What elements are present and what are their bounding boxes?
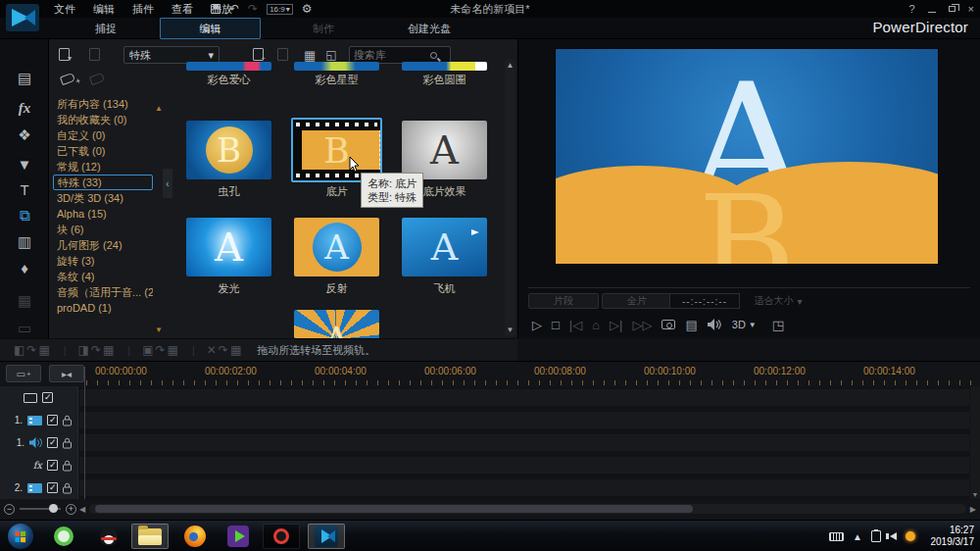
tracks-vertical-scrollbar[interactable]: ▼ [970, 386, 980, 499]
clipboard-tray-icon[interactable] [871, 530, 881, 542]
category-stripes[interactable]: 条纹 (4) [53, 269, 153, 284]
taskbar-explorer-icon[interactable] [131, 524, 169, 549]
category-all-content[interactable]: 所有内容 (134) [53, 96, 153, 112]
clip-mode-button[interactable]: 片段 [528, 293, 599, 309]
track-enable-checkbox[interactable] [47, 482, 58, 493]
transition-room-icon[interactable]: ⧉ [0, 204, 49, 227]
previous-frame-button[interactable]: |◁ [569, 319, 582, 331]
next-frame-button[interactable]: ▷| [610, 319, 622, 331]
effect-track-header[interactable]: fx [0, 457, 77, 474]
close-button[interactable]: × [968, 4, 974, 15]
menu-edit[interactable]: 编辑 [84, 2, 123, 17]
zoom-in-button[interactable]: + [66, 504, 76, 515]
minimize-button[interactable] [928, 12, 936, 13]
preview-quality-icon[interactable]: ▤ [685, 319, 697, 331]
lock-icon[interactable] [63, 437, 72, 449]
thumb-color-circle[interactable] [402, 62, 487, 71]
track-enable-checkbox[interactable] [47, 437, 58, 448]
title-room-icon[interactable]: T [0, 177, 49, 201]
library-scrollbar[interactable]: ▲ ▼ [505, 59, 515, 336]
taskbar-qq-icon[interactable] [90, 524, 127, 549]
track-enable-checkbox[interactable] [47, 415, 58, 426]
scroll-down-icon[interactable]: ▼ [507, 326, 514, 334]
thumb-wormhole[interactable]: B [186, 121, 271, 179]
volume-speaker-icon[interactable] [708, 319, 722, 330]
help-button[interactable]: ? [908, 4, 914, 15]
fast-forward-button[interactable]: ▷▷ [632, 319, 652, 331]
thumb-glow[interactable]: A [186, 218, 271, 276]
scroll-up-icon[interactable]: ▲ [507, 61, 514, 70]
menu-view[interactable]: 查看 [163, 2, 202, 17]
category-favorites[interactable]: 我的收藏夹 (0) [53, 112, 153, 127]
category-geometry[interactable]: 几何图形 (24) [53, 237, 153, 253]
thumb-negative-effect[interactable]: A [402, 121, 487, 179]
collapse-category-panel-button[interactable]: ‹ [163, 169, 172, 198]
horizontal-scrollbar[interactable] [89, 504, 966, 514]
redo-icon[interactable]: ↷ [248, 3, 258, 15]
track-enable-checkbox[interactable] [47, 460, 58, 471]
tab-edit[interactable]: 编辑 [160, 18, 261, 39]
settings-gear-icon[interactable]: ⚙ [302, 3, 313, 15]
subtitle-room-icon[interactable]: ▭ [0, 317, 49, 340]
zoom-slider-handle[interactable] [49, 504, 58, 513]
restore-button[interactable] [949, 6, 956, 12]
track-manager-row[interactable] [0, 389, 77, 406]
taskbar-recorder-icon[interactable] [263, 524, 300, 549]
play-button[interactable]: ▷ [532, 319, 542, 331]
track-manager-button[interactable]: ▭+ [6, 365, 41, 382]
aspect-ratio-dropdown[interactable]: 16:9▾ [267, 4, 293, 15]
menu-file[interactable]: 文件 [45, 2, 84, 17]
video-track-2-header[interactable]: 2. [0, 479, 77, 496]
add-tag-icon[interactable] [60, 73, 75, 85]
thumb-reflection[interactable]: A [294, 218, 379, 276]
category-special[interactable]: 特殊 (33) [53, 175, 153, 190]
video-track-1-header[interactable]: 1. [0, 412, 77, 428]
taskbar-clock[interactable]: 16:27 2019/3/17 [931, 525, 975, 548]
category-alpha[interactable]: Alpha (15) [53, 206, 153, 222]
category-audio[interactable]: 音频（适用于音... (2) [53, 284, 153, 300]
scrollbar-thumb[interactable] [95, 505, 693, 513]
download-library-icon[interactable]: ▾ [59, 48, 70, 63]
lock-icon[interactable] [63, 415, 72, 426]
timecode-display[interactable]: --:--:--:-- [669, 293, 740, 309]
lock-icon[interactable] [63, 482, 72, 494]
menu-plugins[interactable]: 插件 [123, 2, 163, 17]
thumb-color-heart[interactable] [186, 62, 271, 71]
thumb-airplane[interactable]: A [402, 218, 487, 276]
category-scroll-up-icon[interactable]: ▲ [155, 104, 163, 113]
snap-markers-button[interactable]: ▸◂ [49, 365, 84, 382]
category-rotate[interactable]: 旋转 (3) [53, 253, 153, 269]
particle-room-icon[interactable]: ▼ [0, 152, 49, 175]
thumb-row4-2[interactable]: A [294, 310, 379, 338]
pip-objects-room-icon[interactable]: ❖ [0, 124, 49, 147]
media-room-icon[interactable]: ▤ [0, 67, 49, 90]
thumb-color-star[interactable] [294, 62, 379, 71]
voiceover-room-icon[interactable]: ♦ [0, 256, 49, 279]
category-3d[interactable]: 3D/类 3D (34) [53, 190, 153, 206]
volume-tray-icon[interactable] [890, 532, 897, 540]
tab-produce[interactable]: 制作 [294, 18, 353, 39]
movie-mode-button[interactable]: 全片 [602, 293, 672, 309]
scroll-down-icon[interactable]: ▼ [972, 491, 979, 498]
tab-create-disc[interactable]: 创建光盘 [390, 18, 468, 39]
zoom-slider[interactable] [20, 508, 61, 510]
audio-mixing-room-icon[interactable]: ▥ [0, 230, 49, 254]
timeline-ruler[interactable]: 00:00:00:00 00:00:02:00 00:00:04:00 00:0… [86, 362, 980, 386]
category-downloaded[interactable]: 已下载 (0) [53, 143, 153, 159]
audio-track-1-header[interactable]: 1. [0, 434, 77, 451]
fit-size-dropdown[interactable]: 适合大小▾ [746, 293, 810, 309]
track-enable-checkbox[interactable] [42, 392, 53, 403]
preview-video[interactable]: A B [555, 48, 939, 265]
keyboard-tray-icon[interactable] [829, 532, 844, 541]
category-general[interactable]: 常规 (12) [53, 159, 153, 175]
tab-capture[interactable]: 捕捉 [76, 18, 135, 39]
save-icon[interactable] [211, 4, 220, 14]
chapter-room-icon[interactable]: ▦ [0, 289, 49, 313]
undo-icon[interactable]: ↶ [229, 3, 239, 15]
timeline-lanes[interactable] [79, 386, 969, 499]
tray-expand-icon[interactable]: ▲ [853, 531, 862, 542]
effects-room-icon[interactable]: fx [0, 96, 49, 120]
category-scroll-down-icon[interactable]: ▼ [155, 326, 163, 334]
zoom-out-button[interactable]: − [4, 504, 15, 515]
start-button[interactable] [8, 524, 33, 549]
